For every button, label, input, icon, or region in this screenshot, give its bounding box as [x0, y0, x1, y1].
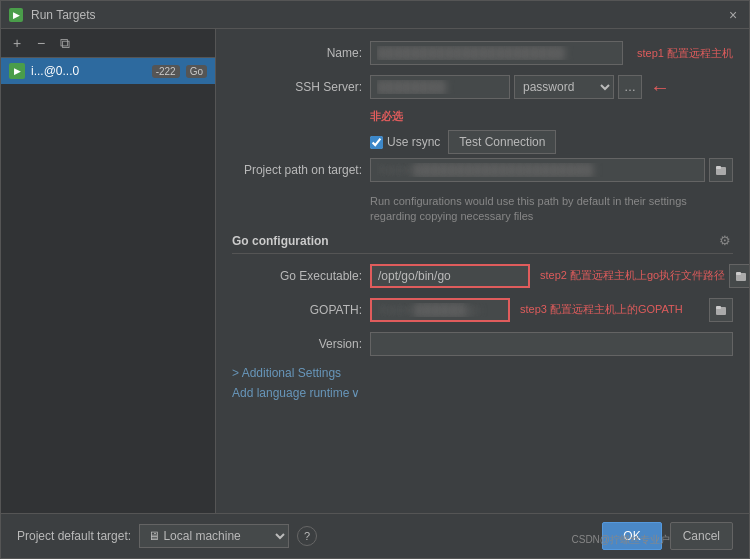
title-bar-icon: ▶ [9, 8, 23, 22]
additional-settings-label: > Additional Settings [232, 366, 341, 380]
add-target-button[interactable]: + [7, 33, 27, 53]
svg-rect-5 [716, 306, 721, 309]
default-target-label: Project default target: [17, 529, 131, 543]
step3-annotation: step3 配置远程主机上的GOPATH [520, 302, 683, 317]
name-label: Name: [232, 46, 362, 60]
cancel-button[interactable]: Cancel [670, 522, 733, 550]
ssh-auth-type-select[interactable]: password key [514, 75, 614, 99]
main-panel: Name: step1 配置远程主机 SSH Server: password … [216, 29, 749, 513]
sidebar-toolbar: + − ⧉ [1, 29, 215, 58]
project-path-label: Project path on target: [232, 163, 362, 177]
use-rsync-label: Use rsync [387, 135, 440, 149]
go-exe-input[interactable] [370, 264, 530, 288]
project-path-controls [370, 158, 733, 182]
name-input[interactable] [370, 41, 623, 65]
run-targets-dialog: ▶ Run Targets × + − ⧉ ▶ i...@0...0 -222 … [0, 0, 750, 559]
gopath-controls: step3 配置远程主机上的GOPATH [370, 298, 733, 322]
gopath-input[interactable] [370, 298, 510, 322]
go-config-section-header: Go configuration ⚙ [232, 233, 733, 254]
project-path-hint: Run configurations would use this path b… [370, 194, 733, 225]
svg-rect-1 [716, 166, 721, 169]
version-row: Version: [232, 332, 733, 356]
go-exe-row: Go Executable: step2 配置远程主机上go执行文件路径 [232, 264, 733, 288]
ssh-more-button[interactable]: … [618, 75, 642, 99]
go-config-gear-icon[interactable]: ⚙ [717, 233, 733, 249]
add-language-label: Add language runtime [232, 386, 349, 400]
project-path-browse-button[interactable] [709, 158, 733, 182]
footer-left: Project default target: 🖥 Local machine … [17, 524, 317, 548]
title-bar: ▶ Run Targets × [1, 1, 749, 29]
default-target-select[interactable]: 🖥 Local machine [139, 524, 289, 548]
project-path-input[interactable] [370, 158, 705, 182]
step1-annotation: step1 配置远程主机 [637, 46, 733, 61]
add-language-chevron: ∨ [351, 386, 360, 400]
ssh-server-row: SSH Server: password key … ← [232, 75, 733, 99]
ssh-server-controls: password key … ← [370, 75, 733, 99]
folder-icon-gopath [715, 304, 727, 316]
go-exe-browse-button[interactable] [729, 264, 749, 288]
project-path-row: Project path on target: [232, 158, 733, 182]
additional-settings-row[interactable]: > Additional Settings [232, 366, 733, 380]
content: + − ⧉ ▶ i...@0...0 -222 Go Name: step1 配… [1, 29, 749, 513]
folder-icon [715, 164, 727, 176]
close-button[interactable]: × [725, 7, 741, 23]
use-rsync-checkbox[interactable] [370, 136, 383, 149]
sidebar: + − ⧉ ▶ i...@0...0 -222 Go [1, 29, 216, 513]
target-run-icon: ▶ [9, 63, 25, 79]
go-config-title: Go configuration [232, 234, 329, 248]
remove-target-button[interactable]: − [31, 33, 51, 53]
go-exe-label: Go Executable: [232, 269, 362, 283]
ssh-host-input[interactable] [370, 75, 510, 99]
version-label: Version: [232, 337, 362, 351]
svg-rect-3 [736, 272, 741, 275]
folder-icon-go-exe [735, 270, 747, 282]
non-required-annotation: 非必选 [370, 109, 733, 124]
gopath-browse-button[interactable] [709, 298, 733, 322]
gopath-row: GOPATH: step3 配置远程主机上的GOPATH [232, 298, 733, 322]
target-item-text: i...@0...0 [31, 64, 146, 78]
target-item-lang: Go [186, 65, 207, 78]
gopath-label: GOPATH: [232, 303, 362, 317]
help-button[interactable]: ? [297, 526, 317, 546]
title-bar-title: Run Targets [31, 8, 95, 22]
use-rsync-checkbox-item[interactable]: Use rsync [370, 135, 440, 149]
target-item-badge: -222 [152, 65, 180, 78]
add-language-runtime-link[interactable]: Add language runtime ∨ [232, 386, 733, 400]
go-exe-controls: step2 配置远程主机上go执行文件路径 [370, 264, 749, 288]
watermark: CSDN@拧螺丝专业户 [572, 533, 671, 547]
version-input[interactable] [370, 332, 733, 356]
ssh-server-label: SSH Server: [232, 80, 362, 94]
rsync-row: Use rsync Test Connection [232, 126, 733, 158]
sidebar-target-item[interactable]: ▶ i...@0...0 -222 Go [1, 58, 215, 84]
copy-target-button[interactable]: ⧉ [55, 33, 75, 53]
name-row: Name: step1 配置远程主机 [232, 41, 733, 65]
step2-annotation: step2 配置远程主机上go执行文件路径 [540, 268, 725, 283]
step1-arrow: ← [650, 76, 670, 99]
test-connection-button[interactable]: Test Connection [448, 130, 556, 154]
